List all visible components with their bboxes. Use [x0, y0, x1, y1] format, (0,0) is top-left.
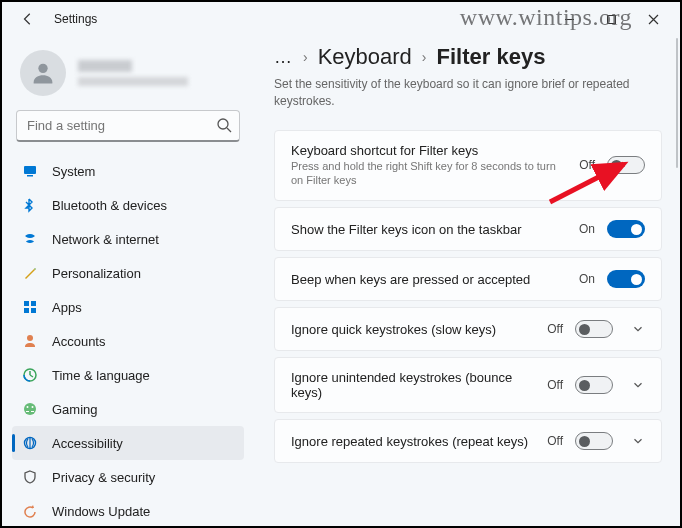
svg-rect-10: [31, 308, 36, 313]
sidebar-item-apps[interactable]: Apps: [12, 290, 244, 324]
svg-rect-16: [26, 411, 29, 412]
sidebar-item-label: Privacy & security: [52, 470, 155, 485]
sidebar-item-label: Accounts: [52, 334, 105, 349]
setting-card[interactable]: Ignore quick keystrokes (slow keys)Off: [274, 307, 662, 351]
nav-icon: [22, 333, 38, 349]
setting-label: Ignore quick keystrokes (slow keys): [291, 322, 535, 337]
setting-card[interactable]: Ignore repeated keystrokes (repeat keys)…: [274, 419, 662, 463]
setting-card: Keyboard shortcut for Filter keysPress a…: [274, 130, 662, 202]
toggle-switch[interactable]: [607, 156, 645, 174]
svg-rect-9: [24, 308, 29, 313]
breadcrumb-parent[interactable]: Keyboard: [318, 44, 412, 70]
svg-rect-5: [24, 166, 36, 174]
toggle-state: Off: [547, 378, 563, 392]
svg-rect-17: [31, 411, 34, 412]
sidebar-item-windows-update[interactable]: Windows Update: [12, 494, 244, 526]
maximize-button[interactable]: [590, 5, 632, 33]
toggle-state: Off: [547, 322, 563, 336]
svg-rect-8: [31, 301, 36, 306]
sidebar-item-accounts[interactable]: Accounts: [12, 324, 244, 358]
svg-point-3: [218, 119, 228, 129]
sidebar-item-privacy-security[interactable]: Privacy & security: [12, 460, 244, 494]
avatar: [20, 50, 66, 96]
toggle-state: On: [579, 222, 595, 236]
chevron-down-icon: [631, 378, 645, 392]
svg-rect-6: [27, 175, 33, 177]
svg-rect-1: [607, 15, 615, 23]
search-input[interactable]: [16, 110, 240, 142]
sidebar-item-bluetooth-devices[interactable]: Bluetooth & devices: [12, 188, 244, 222]
sidebar-item-label: Time & language: [52, 368, 150, 383]
window-title: Settings: [54, 12, 97, 26]
svg-point-11: [27, 335, 33, 341]
sidebar-item-gaming[interactable]: Gaming: [12, 392, 244, 426]
user-info: [78, 60, 188, 86]
main-content: … › Keyboard › Filter keys Set the sensi…: [250, 36, 680, 526]
nav-icon: [22, 435, 38, 451]
toggle-switch[interactable]: [575, 376, 613, 394]
sidebar-item-label: Network & internet: [52, 232, 159, 247]
setting-description: Press and hold the right Shift key for 8…: [291, 159, 567, 189]
user-account[interactable]: [12, 44, 244, 110]
nav-icon: [22, 469, 38, 485]
chevron-right-icon: ›: [422, 49, 427, 65]
setting-card: Beep when keys are pressed or acceptedOn: [274, 257, 662, 301]
back-button[interactable]: [16, 7, 40, 31]
toggle-state: Off: [547, 434, 563, 448]
nav-icon: [22, 299, 38, 315]
svg-point-2: [38, 64, 47, 73]
toggle-state: Off: [579, 158, 595, 172]
chevron-down-icon: [631, 322, 645, 336]
setting-card[interactable]: Ignore unintended keystrokes (bounce key…: [274, 357, 662, 413]
sidebar-item-label: Apps: [52, 300, 82, 315]
breadcrumb: … › Keyboard › Filter keys: [274, 44, 662, 70]
search-icon: [216, 117, 232, 133]
toggle-switch[interactable]: [607, 270, 645, 288]
sidebar-item-label: Gaming: [52, 402, 98, 417]
toggle-switch[interactable]: [575, 432, 613, 450]
page-description: Set the sensitivity of the keyboard so i…: [274, 76, 634, 110]
svg-point-15: [32, 406, 34, 408]
chevron-down-icon: [631, 434, 645, 448]
sidebar: SystemBluetooth & devicesNetwork & inter…: [2, 36, 250, 526]
nav-icon: [22, 367, 38, 383]
nav-list: SystemBluetooth & devicesNetwork & inter…: [12, 154, 244, 526]
toggle-switch[interactable]: [607, 220, 645, 238]
sidebar-item-personalization[interactable]: Personalization: [12, 256, 244, 290]
titlebar: Settings: [2, 2, 680, 36]
setting-label: Ignore repeated keystrokes (repeat keys): [291, 434, 535, 449]
chevron-right-icon: ›: [303, 49, 308, 65]
nav-icon: [22, 265, 38, 281]
scrollbar[interactable]: [676, 38, 678, 168]
sidebar-item-time-language[interactable]: Time & language: [12, 358, 244, 392]
nav-icon: [22, 401, 38, 417]
sidebar-item-label: Accessibility: [52, 436, 123, 451]
sidebar-item-network-internet[interactable]: Network & internet: [12, 222, 244, 256]
nav-icon: [22, 163, 38, 179]
minimize-button[interactable]: [548, 5, 590, 33]
toggle-state: On: [579, 272, 595, 286]
setting-label: Ignore unintended keystrokes (bounce key…: [291, 370, 535, 400]
svg-point-14: [27, 406, 29, 408]
sidebar-item-accessibility[interactable]: Accessibility: [12, 426, 244, 460]
toggle-switch[interactable]: [575, 320, 613, 338]
sidebar-item-label: Bluetooth & devices: [52, 198, 167, 213]
breadcrumb-current: Filter keys: [437, 44, 546, 70]
sidebar-item-label: System: [52, 164, 95, 179]
svg-rect-7: [24, 301, 29, 306]
nav-icon: [22, 197, 38, 213]
svg-line-4: [227, 128, 231, 132]
search-box[interactable]: [16, 110, 240, 142]
close-button[interactable]: [632, 5, 674, 33]
nav-icon: [22, 503, 38, 519]
setting-card: Show the Filter keys icon on the taskbar…: [274, 207, 662, 251]
breadcrumb-more[interactable]: …: [274, 47, 293, 68]
sidebar-item-label: Personalization: [52, 266, 141, 281]
nav-icon: [22, 231, 38, 247]
svg-point-13: [24, 403, 36, 415]
setting-label: Show the Filter keys icon on the taskbar: [291, 222, 567, 237]
setting-label: Keyboard shortcut for Filter keys: [291, 143, 567, 158]
sidebar-item-label: Windows Update: [52, 504, 150, 519]
sidebar-item-system[interactable]: System: [12, 154, 244, 188]
setting-label: Beep when keys are pressed or accepted: [291, 272, 567, 287]
